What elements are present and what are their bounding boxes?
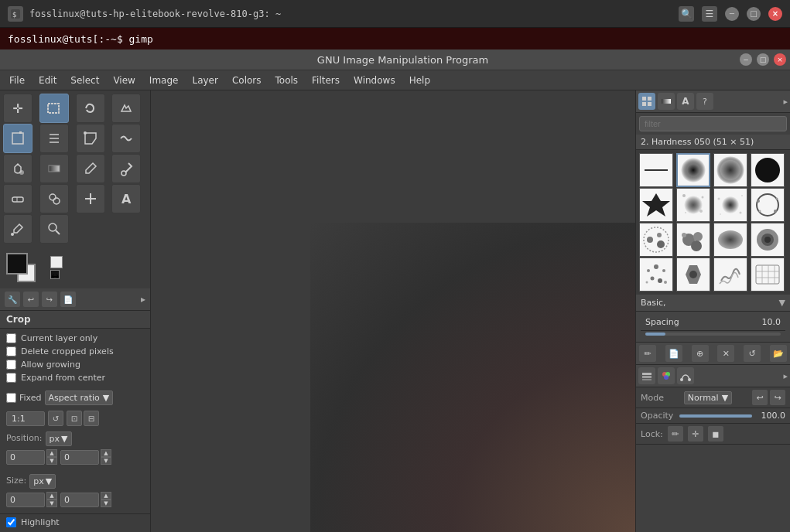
foreground-color-swatch[interactable] (6, 253, 28, 275)
tool-heal[interactable] (76, 184, 105, 213)
brush-refresh-button[interactable]: ↺ (744, 345, 761, 362)
gimp-maximize-button[interactable]: □ (757, 53, 769, 66)
mode-dropdown[interactable]: Normal ▼ (684, 391, 732, 404)
ratio-portrait-button[interactable]: ⊟ (84, 411, 99, 426)
tool-brush[interactable] (111, 154, 141, 183)
brush-load-button[interactable]: 📂 (770, 345, 787, 362)
fixed-checkbox[interactable] (6, 393, 16, 403)
tool-rect-select[interactable] (39, 94, 69, 123)
menu-filters[interactable]: Filters (306, 73, 346, 88)
size-h-up[interactable]: ▲ (101, 492, 111, 500)
brush-item-9[interactable] (639, 223, 673, 257)
mode-undo-button[interactable]: ↩ (752, 390, 768, 405)
tool-bucket[interactable] (3, 154, 32, 183)
allow-growing-checkbox[interactable] (6, 360, 16, 370)
brush-item-13[interactable] (639, 257, 673, 292)
tool-gradient[interactable] (39, 154, 69, 183)
search-icon[interactable]: 🔍 (679, 6, 694, 22)
basic-dropdown[interactable]: ▼ (779, 298, 785, 308)
brush-item-11[interactable] (713, 223, 747, 257)
tool-text[interactable]: A (111, 184, 141, 213)
brushes-tab-fonts[interactable]: A (677, 93, 694, 110)
brushes-tab-info[interactable]: ? (696, 93, 713, 110)
brush-item-8[interactable] (751, 188, 785, 222)
layers-tab-paths[interactable] (677, 367, 694, 384)
highlight-checkbox[interactable] (6, 517, 16, 527)
position-x-up[interactable]: ▲ (46, 449, 57, 457)
terminal-app-icon[interactable]: $ (8, 6, 23, 22)
opacity-slider[interactable] (679, 414, 752, 418)
tool-options-tab-tool[interactable]: 🔧 (5, 292, 20, 307)
tool-move[interactable]: ✛ (3, 94, 32, 123)
menu-colors[interactable]: Colors (226, 73, 268, 88)
current-layer-only-checkbox[interactable] (6, 333, 16, 343)
brush-item-10[interactable] (676, 223, 710, 257)
lock-pixels-button[interactable]: ✏ (668, 426, 683, 442)
position-x-down[interactable]: ▼ (46, 457, 57, 465)
tool-align[interactable] (39, 124, 69, 153)
aspect-ratio-dropdown[interactable]: Aspect ratio ▼ (45, 390, 114, 405)
menu-file[interactable]: File (3, 73, 31, 88)
tool-options-tab-docs[interactable]: 📄 (60, 292, 76, 307)
brush-filter-input[interactable] (639, 116, 787, 131)
size-w-down[interactable]: ▼ (46, 500, 57, 507)
brushes-tab-patterns[interactable] (638, 93, 655, 110)
tool-crop[interactable] (3, 124, 32, 153)
layers-panel-expand[interactable]: ▸ (783, 371, 788, 381)
brush-new-button[interactable]: 📄 (665, 345, 682, 362)
spacing-slider[interactable] (645, 332, 781, 336)
tool-options-tab-undo[interactable]: ↪ (42, 292, 57, 307)
menu-image[interactable]: Image (143, 73, 185, 88)
size-h-down[interactable]: ▼ (101, 500, 111, 507)
tool-zoom[interactable] (39, 214, 69, 244)
brush-item-4[interactable] (751, 153, 785, 187)
menu-windows[interactable]: Windows (347, 73, 402, 88)
brush-item-2[interactable] (676, 153, 710, 187)
brush-item-3[interactable] (713, 153, 747, 187)
menu-select[interactable]: Select (64, 73, 105, 88)
size-w-up[interactable]: ▲ (46, 492, 57, 500)
size-h-input[interactable]: 0 (60, 493, 99, 507)
brush-item-15[interactable] (713, 257, 747, 292)
position-unit-dropdown[interactable]: px ▼ (46, 431, 72, 446)
tool-options-collapse[interactable]: ▸ (141, 294, 145, 305)
brush-edit-button[interactable]: ✏ (639, 345, 656, 362)
menu-view[interactable]: View (107, 73, 141, 88)
ratio-reset-button[interactable]: ↺ (48, 411, 63, 426)
expand-from-center-checkbox[interactable] (6, 373, 16, 383)
menu-help[interactable]: Help (403, 73, 436, 88)
lock-move-button[interactable]: ✛ (688, 426, 703, 442)
tool-warp[interactable] (111, 124, 141, 153)
close-button[interactable]: × (768, 7, 782, 21)
brush-duplicate-button[interactable]: ⊕ (692, 345, 709, 362)
position-x-input[interactable]: 0 (6, 450, 45, 465)
position-y-down[interactable]: ▼ (101, 457, 111, 465)
layers-tab-channels[interactable] (658, 367, 675, 384)
brush-item-14[interactable] (676, 257, 710, 292)
brush-item-12[interactable] (751, 223, 785, 257)
menu-icon[interactable]: ☰ (702, 6, 717, 22)
brush-item-1[interactable] (639, 153, 673, 187)
position-y-input[interactable]: 0 (60, 450, 99, 465)
tool-fuzzy-select[interactable] (111, 94, 141, 123)
tool-pencil[interactable] (76, 154, 105, 183)
gimp-minimize-button[interactable]: − (740, 53, 752, 66)
gimp-close-button[interactable]: × (774, 53, 786, 66)
brush-item-5[interactable] (639, 188, 673, 222)
brush-delete-button[interactable]: ✕ (717, 345, 734, 362)
brush-item-7[interactable] (713, 188, 747, 222)
menu-tools[interactable]: Tools (269, 73, 305, 88)
brushes-panel-expand[interactable]: ▸ (783, 97, 788, 107)
lock-alpha-button[interactable]: ◼ (708, 426, 723, 442)
ratio-landscape-button[interactable]: ⊡ (67, 411, 82, 426)
reset-colors-button[interactable] (50, 256, 63, 268)
delete-cropped-checkbox[interactable] (6, 346, 16, 356)
tool-eyedropper[interactable] (3, 214, 32, 244)
brushes-tab-gradients[interactable] (658, 93, 675, 110)
menu-layer[interactable]: Layer (186, 73, 224, 88)
position-y-up[interactable]: ▲ (101, 449, 111, 457)
mode-redo-button[interactable]: ↪ (770, 390, 785, 405)
brush-item-6[interactable] (676, 188, 710, 222)
tool-clone[interactable] (39, 184, 69, 213)
swap-colors-button[interactable]: ↔ (50, 270, 60, 279)
